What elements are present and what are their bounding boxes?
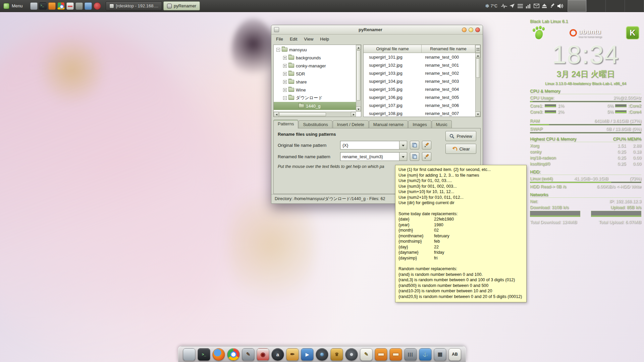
tree-item-sdr[interactable]: SDR xyxy=(274,70,356,78)
scroll-left-button[interactable] xyxy=(274,112,279,117)
font-tool-icon[interactable] xyxy=(449,348,461,361)
expand-icon[interactable] xyxy=(283,64,287,68)
system-monitor-icon[interactable] xyxy=(66,2,74,10)
usb-drive-icon[interactable] xyxy=(390,348,402,361)
mixer-icon[interactable] xyxy=(405,348,417,361)
image-viewer-icon[interactable] xyxy=(257,348,269,361)
pattern-copy-button[interactable] xyxy=(410,141,419,149)
mail-icon[interactable] xyxy=(532,2,540,10)
collapse-icon[interactable] xyxy=(283,96,287,100)
pattern-copy-button[interactable] xyxy=(410,152,419,161)
tree-vertical-scrollbar[interactable] xyxy=(356,45,361,112)
tree-item-backgrounds[interactable]: backgrounds xyxy=(274,54,356,62)
tree-item-1440g-selected[interactable]: 1440_g xyxy=(274,102,356,110)
scroll-down-button[interactable] xyxy=(356,107,361,112)
scrollbar-thumb[interactable] xyxy=(476,58,480,78)
scrollbar-thumb[interactable] xyxy=(279,112,326,116)
file-row[interactable]: supergirl_103.jpg rename_test_002 xyxy=(364,69,475,77)
file-row[interactable]: supergirl_106.jpg rename_test_005 xyxy=(364,93,475,101)
disc-burner-icon[interactable] xyxy=(345,348,358,361)
scrollbar-thumb[interactable] xyxy=(357,50,361,101)
list-vertical-scrollbar[interactable] xyxy=(475,53,480,117)
tab-music[interactable]: Music xyxy=(432,120,452,128)
terminal-icon[interactable] xyxy=(39,2,47,10)
workspace-3[interactable] xyxy=(606,0,625,12)
taskbar-item-rdesktop[interactable]: [rdesktop - 192.168.... xyxy=(106,1,162,10)
video-player-icon[interactable] xyxy=(301,348,314,361)
chrome-icon[interactable] xyxy=(57,2,65,10)
writer-icon[interactable] xyxy=(85,2,92,10)
preview-button[interactable]: Preview xyxy=(445,131,476,141)
packages-icon[interactable] xyxy=(434,348,446,361)
tree-item-share[interactable]: share xyxy=(274,78,356,86)
pulse-icon[interactable] xyxy=(500,2,508,10)
original-pattern-input[interactable] xyxy=(340,141,399,149)
webcam-icon[interactable] xyxy=(316,348,328,361)
terminal-icon[interactable] xyxy=(198,348,210,361)
menu-button[interactable]: Menu xyxy=(0,0,28,12)
scroll-right-button[interactable] xyxy=(351,112,356,117)
file-row[interactable]: supergirl_101.jpg rename_test_000 xyxy=(364,53,475,61)
award-icon[interactable] xyxy=(331,348,343,361)
usb-drive-icon[interactable] xyxy=(375,348,387,361)
menu-edit[interactable]: Edit xyxy=(286,36,301,43)
tab-manual-rename[interactable]: Manual rename xyxy=(369,120,408,128)
workspace-2[interactable] xyxy=(587,0,606,12)
scroll-up-button[interactable] xyxy=(475,53,480,58)
list-icon[interactable] xyxy=(516,2,524,10)
close-button[interactable] xyxy=(475,27,480,32)
pattern-edit-button[interactable] xyxy=(422,152,431,161)
file-row[interactable]: supergirl_107.jpg rename_test_006 xyxy=(364,101,475,109)
column-header-renamed[interactable]: Renamed file name xyxy=(422,45,475,53)
tree-item-downloads[interactable]: ダウンロード xyxy=(274,94,356,102)
scroll-up-button[interactable] xyxy=(356,45,361,50)
send-icon[interactable] xyxy=(508,2,516,10)
chevron-down-icon[interactable] xyxy=(399,141,407,149)
gimp-icon[interactable] xyxy=(242,348,255,361)
tree-item-wine[interactable]: Wine xyxy=(274,86,356,94)
screenshot-icon[interactable] xyxy=(30,2,38,10)
berry-icon[interactable] xyxy=(94,2,101,10)
chevron-down-icon[interactable] xyxy=(399,152,407,161)
column-editor-button[interactable] xyxy=(475,45,480,53)
pattern-edit-button[interactable] xyxy=(422,141,431,149)
printer-icon[interactable] xyxy=(75,2,83,10)
tab-images[interactable]: Images xyxy=(408,120,431,128)
renamed-pattern-input[interactable] xyxy=(340,152,399,161)
tree-horizontal-scrollbar[interactable] xyxy=(274,112,356,117)
titlebar[interactable]: pyRenamer xyxy=(271,25,483,35)
eject-icon[interactable] xyxy=(540,2,548,10)
expand-icon[interactable] xyxy=(283,72,287,76)
firefox-icon[interactable] xyxy=(213,348,225,361)
tree-item-mansyuu[interactable]: mansyuu xyxy=(274,46,356,54)
workspace-1[interactable] xyxy=(568,0,587,12)
notes-icon[interactable] xyxy=(360,348,373,361)
tree-item-conky-manager[interactable]: conky-manager xyxy=(274,62,356,70)
network-anchor-icon[interactable] xyxy=(419,348,432,361)
menu-view[interactable]: View xyxy=(301,36,317,43)
chart-icon[interactable] xyxy=(524,2,532,10)
collapse-icon[interactable] xyxy=(276,48,280,52)
expand-icon[interactable] xyxy=(283,56,287,60)
menu-help[interactable]: Help xyxy=(317,36,332,43)
file-row[interactable]: supergirl_102.jpg rename_test_001 xyxy=(364,61,475,69)
chrome-icon[interactable] xyxy=(227,348,240,361)
weather-applet[interactable]: ❄ 7°C xyxy=(482,4,500,8)
tab-insert-delete[interactable]: Insert / Delete xyxy=(333,120,369,128)
file-row[interactable]: supergirl_105.jpg rename_test_004 xyxy=(364,85,475,93)
tab-patterns[interactable]: Patterns xyxy=(273,120,298,128)
amarok-icon[interactable] xyxy=(272,348,284,361)
tab-substitutions[interactable]: Substitutions xyxy=(299,120,332,128)
volume-icon[interactable] xyxy=(556,2,565,10)
file-row[interactable]: supergirl_104.jpg rename_test_003 xyxy=(364,77,475,85)
expand-icon[interactable] xyxy=(283,80,287,84)
scroll-down-button[interactable] xyxy=(475,112,480,117)
file-row[interactable]: supergirl_108.jpg rename_test_007 xyxy=(364,109,475,117)
screenshot-icon[interactable] xyxy=(183,348,196,361)
pencil-editor-icon[interactable] xyxy=(286,348,299,361)
taskbar-item-pyrenamer[interactable]: pyRenamer xyxy=(163,1,200,10)
media-app-icon[interactable] xyxy=(48,2,56,10)
workspace-4[interactable] xyxy=(625,0,644,12)
maximize-button[interactable] xyxy=(469,27,473,32)
menu-file[interactable]: File xyxy=(273,36,286,43)
